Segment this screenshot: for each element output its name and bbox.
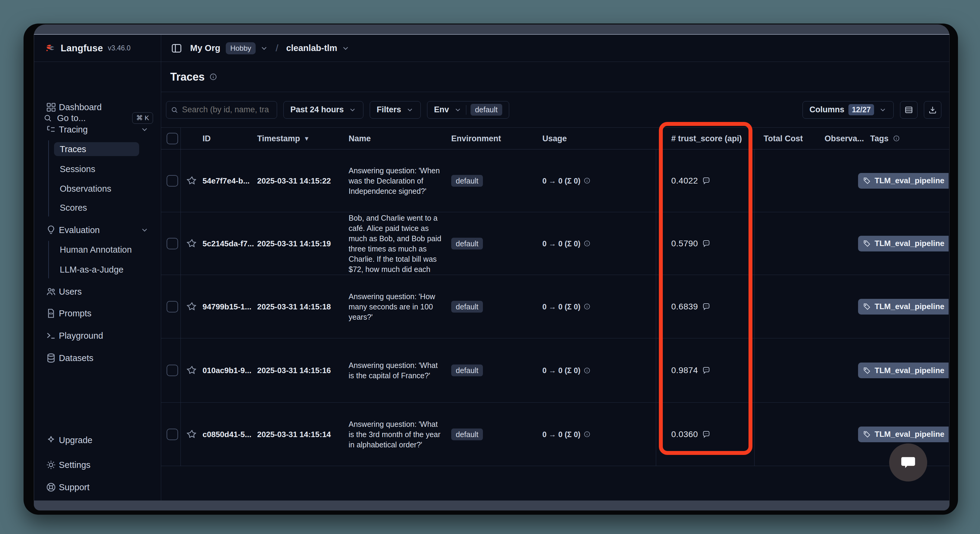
tag-chip[interactable]: TLM_eval_pipeline [858,363,948,378]
search-input[interactable] [182,105,272,115]
info-icon[interactable] [584,177,591,185]
chevron-down-icon [406,106,414,114]
nav-guide-line [48,241,49,278]
sidebar-toggle-icon[interactable] [171,43,182,54]
comment-bubble-icon[interactable] [702,302,711,311]
sidebar-item-settings[interactable]: Settings [43,456,149,473]
sidebar-item-playground[interactable]: Playground [43,327,149,344]
table-row[interactable]: 54e7f7e4-b... 2025-03-31 14:15:22 Answer… [161,150,949,212]
bookmark-star-icon[interactable] [186,301,197,312]
chat-widget-button[interactable] [889,443,927,481]
environment-badge: default [451,238,483,249]
env-value-badge: default [471,104,502,116]
trace-id[interactable]: 010ac9b1-9... [202,366,251,375]
sidebar-item-sessions[interactable]: Sessions [54,162,139,176]
sparkle-icon [46,435,56,446]
sidebar-item-scores[interactable]: Scores [54,201,139,215]
usage-cell: 0 → 0 (Σ 0) [542,366,591,375]
bookmark-star-icon[interactable] [186,176,197,186]
sidebar-item-upgrade[interactable]: Upgrade [43,431,149,449]
chevron-down-icon [348,106,356,114]
row-height-button[interactable] [900,101,918,119]
time-range-button[interactable]: Past 24 hours [283,101,363,119]
table-row[interactable]: 5c2145da-f7... 2025-03-31 14:15:19 Bob, … [161,212,949,275]
column-header-observations[interactable]: Observa... [824,134,864,143]
bookmark-star-icon[interactable] [186,365,197,376]
column-header-timestamp[interactable]: Timestamp ▼ [257,134,310,143]
row-checkbox[interactable] [167,301,178,312]
environment-badge: default [451,301,483,312]
window-frame: Langfuse v3.46.0 Go to... ⌘ K Dashboard … [24,24,958,515]
divider [466,105,466,115]
export-button[interactable] [924,101,941,119]
sidebar-item-human-annotation[interactable]: Human Annotation [54,243,139,257]
sidebar-item-llm-as-a-judge[interactable]: LLM-as-a-Judge [54,263,139,276]
page-title: Traces [170,71,205,83]
sidebar-item-prompts[interactable]: Prompts [43,304,149,322]
tag-icon [863,367,871,375]
comment-bubble-icon[interactable] [702,239,711,248]
row-checkbox[interactable] [167,365,178,376]
page-header: Traces [161,62,949,92]
terminal-icon [46,330,56,341]
sidebar-item-evaluation[interactable]: Evaluation [43,221,149,239]
comment-bubble-icon[interactable] [702,430,711,439]
sidebar-item-traces[interactable]: Traces [54,142,139,156]
select-all-checkbox[interactable] [167,133,178,144]
info-icon[interactable] [584,240,591,247]
trace-id[interactable]: 54e7f7e4-b... [202,176,250,185]
tag-chip[interactable]: TLM_eval_pipeline [858,173,948,189]
bookmark-star-icon[interactable] [186,429,197,440]
chevron-down-icon[interactable] [341,44,350,53]
bookmark-star-icon[interactable] [186,239,197,249]
search-input-wrapper[interactable] [166,101,277,119]
chevron-down-icon[interactable] [260,44,268,53]
info-icon[interactable] [584,303,591,310]
sidebar-item-observations[interactable]: Observations [54,182,139,196]
row-checkbox[interactable] [167,429,178,440]
column-header-usage[interactable]: Usage [542,134,567,143]
comment-bubble-icon[interactable] [702,366,711,375]
info-icon[interactable] [584,367,591,374]
sidebar-item-dashboard[interactable]: Dashboard [43,99,149,116]
trace-id[interactable]: 94799b15-1... [202,302,251,311]
sidebar-item-support[interactable]: Support [43,478,149,496]
info-icon[interactable] [584,431,591,438]
column-header-tags[interactable]: Tags [870,134,900,143]
column-header-name[interactable]: Name [348,134,371,143]
chevron-down-icon [454,106,462,114]
column-header-total-cost[interactable]: Total Cost [764,134,803,143]
trace-id[interactable]: 5c2145da-f7... [202,239,254,248]
sidebar-item-users[interactable]: Users [43,283,149,300]
trace-timestamp: 2025-03-31 14:15:18 [257,302,331,311]
trace-name: Answering question: 'How many seconds ar… [348,291,445,322]
trust-score-cell: 0.5790 [671,239,711,249]
sidebar-item-datasets[interactable]: Datasets [43,349,149,367]
sidebar: Langfuse v3.46.0 Go to... ⌘ K Dashboard … [34,35,161,501]
info-icon[interactable] [209,73,217,81]
trust-score-cell: 0.0360 [671,430,711,439]
tag-chip[interactable]: TLM_eval_pipeline [858,427,948,442]
project-name[interactable]: cleanlab-tlm [286,43,337,53]
comment-bubble-icon[interactable] [702,176,711,185]
org-plan-badge: Hobby [226,42,256,54]
table-row[interactable]: c0850d41-5... 2025-03-31 14:15:14 Answer… [161,403,949,466]
columns-button[interactable]: Columns 12/27 [803,101,894,119]
filters-button[interactable]: Filters [370,101,421,119]
column-header-environment[interactable]: Environment [451,134,501,143]
chevron-down-icon [140,125,149,134]
org-name[interactable]: My Org [190,43,220,53]
users-icon [46,286,56,297]
tag-chip[interactable]: TLM_eval_pipeline [858,299,948,314]
trace-id[interactable]: c0850d41-5... [202,430,251,439]
row-checkbox[interactable] [167,175,178,187]
search-icon [170,106,178,114]
tag-chip[interactable]: TLM_eval_pipeline [858,236,948,252]
sidebar-item-tracing[interactable]: Tracing [43,121,149,138]
column-header-id[interactable]: ID [202,134,211,143]
column-header-trust-score[interactable]: # trust_score (api) [671,134,742,143]
table-row[interactable]: 94799b15-1... 2025-03-31 14:15:18 Answer… [161,275,949,338]
table-row[interactable]: 010ac9b1-9... 2025-03-31 14:15:16 Answer… [161,338,949,403]
env-filter-button[interactable]: Env default [427,101,509,119]
row-checkbox[interactable] [167,238,178,249]
